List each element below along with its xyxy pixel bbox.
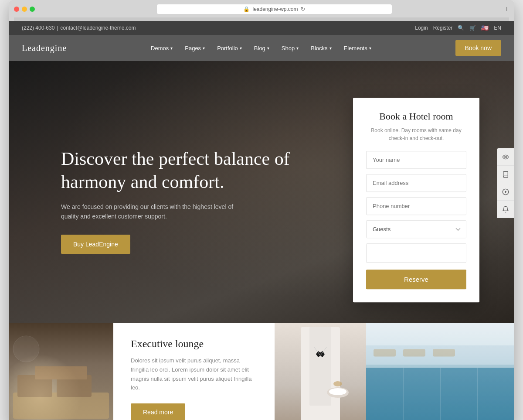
minimize-button[interactable] xyxy=(22,7,27,12)
search-icon[interactable]: 🔍 xyxy=(458,25,464,31)
nav-portfolio-label: Portfolio xyxy=(217,45,238,51)
feature-description: Dolores sit ipsum velit purus aliquet, m… xyxy=(131,356,257,393)
book-widget[interactable] xyxy=(497,166,514,183)
nav-pages-label: Pages xyxy=(185,45,201,51)
booking-description: Book online. Day rooms with same day che… xyxy=(366,126,466,142)
name-input[interactable] xyxy=(366,151,466,169)
close-button[interactable] xyxy=(14,7,19,12)
chevron-down-icon: ▾ xyxy=(170,46,173,51)
nav-shop-label: Shop xyxy=(282,45,295,51)
read-more-button[interactable]: Read more xyxy=(131,403,185,420)
nav-item-pages[interactable]: Pages ▾ xyxy=(179,41,211,55)
guests-select[interactable]: Guests 1 Guest 2 Guests 3 Guests 4 Guest… xyxy=(366,220,466,238)
url-text: leadengine-wp.com xyxy=(252,6,298,12)
eye-widget[interactable] xyxy=(497,148,514,166)
book-now-button[interactable]: Book now xyxy=(455,40,501,56)
nav-item-portfolio[interactable]: Portfolio ▾ xyxy=(211,41,248,55)
buy-button[interactable]: Buy LeadEngine xyxy=(61,235,130,254)
traffic-lights xyxy=(14,7,35,12)
nav-item-blocks[interactable]: Blocks ▾ xyxy=(305,41,337,55)
svg-point-7 xyxy=(13,336,39,362)
navbar: Leadengine Demos ▾ Pages ▾ Portfo xyxy=(9,35,514,61)
language-label[interactable]: EN xyxy=(494,25,501,31)
features-section: Executive lounge Dolores sit ipsum velit… xyxy=(9,323,514,420)
nav-blog-label: Blog xyxy=(254,45,265,51)
phone-input[interactable] xyxy=(366,197,466,215)
site-wrapper: (222) 400-630 | contact@leadengine-theme… xyxy=(9,21,514,420)
pool-image xyxy=(366,323,514,420)
top-bar: (222) 400-630 | contact@leadengine-theme… xyxy=(9,21,514,35)
nav-item-shop[interactable]: Shop ▾ xyxy=(275,41,305,55)
waiter-image xyxy=(275,323,366,420)
email-address: contact@leadengine-theme.com xyxy=(61,25,136,31)
browser-window: 🔒 leadengine-wp.com ↻ + (222) 400-630 | … xyxy=(9,0,514,420)
reserve-button[interactable]: Reserve xyxy=(366,270,466,289)
tab-bar xyxy=(14,17,509,21)
browser-chrome: 🔒 leadengine-wp.com ↻ + xyxy=(9,0,514,21)
feature-content: Executive lounge Dolores sit ipsum velit… xyxy=(113,323,275,420)
hero-content: Discover the perfect balance of harmony … xyxy=(61,147,296,254)
separator: | xyxy=(57,25,58,31)
site-logo[interactable]: Leadengine xyxy=(22,43,67,53)
svg-point-14 xyxy=(333,381,342,386)
nav-item-elements[interactable]: Elements ▾ xyxy=(338,41,377,55)
new-tab-button[interactable]: + xyxy=(505,5,509,14)
hero-section: Discover the perfect balance of harmony … xyxy=(9,61,514,323)
nav-item-demos[interactable]: Demos ▾ xyxy=(145,41,179,55)
bell-widget[interactable] xyxy=(497,201,514,218)
chevron-down-icon: ▾ xyxy=(240,46,242,51)
nav-demos-label: Demos xyxy=(151,45,169,51)
svg-rect-15 xyxy=(366,323,514,345)
chevron-down-icon: ▾ xyxy=(296,46,299,51)
booking-card: Book a Hotel room Book online. Day rooms… xyxy=(353,98,479,302)
hero-subtitle: We are focused on providing our clients … xyxy=(61,202,235,222)
nav-elements-label: Elements xyxy=(344,45,367,51)
login-link[interactable]: Login xyxy=(415,25,428,31)
chevron-down-icon: ▾ xyxy=(267,46,269,51)
phone-number: (222) 400-630 xyxy=(22,25,54,31)
flag-icon: 🇺🇸 xyxy=(481,24,489,31)
register-link[interactable]: Register xyxy=(433,25,453,31)
chevron-down-icon: ▾ xyxy=(369,46,371,51)
maximize-button[interactable] xyxy=(30,7,35,12)
svg-point-13 xyxy=(329,388,346,395)
svg-rect-22 xyxy=(403,349,425,357)
svg-rect-23 xyxy=(433,349,455,357)
top-bar-actions: Login Register 🔍 🛒 🇺🇸 EN xyxy=(415,24,501,31)
svg-rect-6 xyxy=(35,366,87,379)
date-picker[interactable] xyxy=(366,243,466,263)
email-input[interactable] xyxy=(366,174,466,192)
svg-point-0 xyxy=(505,156,506,158)
nav-menu: Demos ▾ Pages ▾ Portfolio ▾ xyxy=(145,41,377,55)
booking-title: Book a Hotel room xyxy=(366,111,466,122)
nav-blocks-label: Blocks xyxy=(311,45,327,51)
play-widget[interactable] xyxy=(497,183,514,201)
chevron-down-icon: ▾ xyxy=(329,46,332,51)
svg-marker-2 xyxy=(505,191,507,193)
cart-icon[interactable]: 🛒 xyxy=(469,25,476,31)
address-bar[interactable]: 🔒 leadengine-wp.com ↻ xyxy=(157,4,392,14)
lock-icon: 🔒 xyxy=(243,6,250,12)
svg-rect-21 xyxy=(374,349,396,357)
lounge-image xyxy=(9,323,113,420)
contact-info: (222) 400-630 | contact@leadengine-theme… xyxy=(22,25,136,31)
hero-title: Discover the perfect balance of harmony … xyxy=(61,147,296,193)
nav-item-blog[interactable]: Blog ▾ xyxy=(248,41,275,55)
chevron-down-icon: ▾ xyxy=(203,46,205,51)
side-widgets xyxy=(497,148,514,218)
reload-icon[interactable]: ↻ xyxy=(301,6,305,12)
feature-title: Executive lounge xyxy=(131,338,257,350)
